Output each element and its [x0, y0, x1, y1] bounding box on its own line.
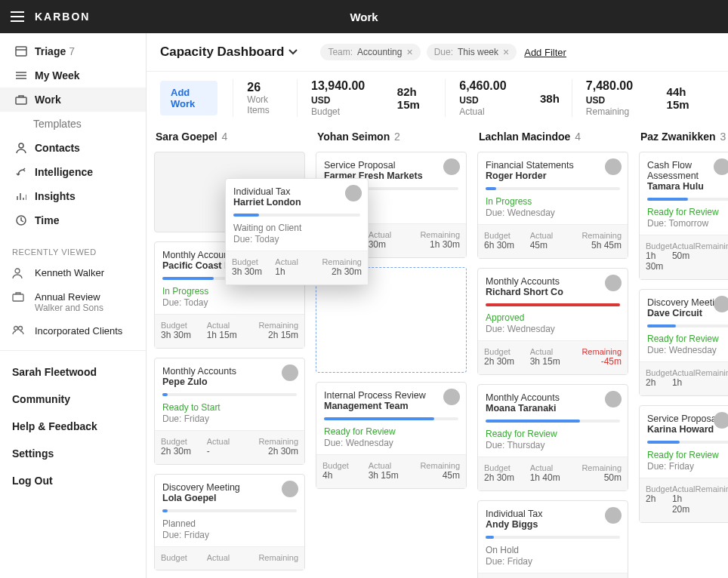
toolbar: Capacity Dashboard Team:Accounting×Due:T…: [147, 33, 728, 72]
sidebar: Triage7My WeekWorkTemplatesContactsIntel…: [0, 33, 147, 578]
chip-value: Accounting: [357, 47, 402, 57]
work-card[interactable]: Monthly AccountsRichard Short CoApproved…: [477, 268, 628, 375]
work-card[interactable]: Discovery MeetingLola GoepelPlannedDue: …: [154, 474, 305, 570]
card-type: Individual Tax: [233, 186, 360, 197]
card-type: Monthly Accounts: [486, 276, 620, 287]
work-card[interactable]: Financial StatementsRoger HorderIn Progr…: [477, 152, 628, 259]
card-client: Moana Taranaki: [486, 403, 620, 414]
nav-item-contacts[interactable]: Contacts: [0, 136, 146, 160]
card-avatar: [282, 364, 298, 381]
nav-label: Templates: [33, 118, 82, 130]
recent-item[interactable]: Incorporated Clients: [0, 319, 146, 343]
footer-link-sarah-fleetwood[interactable]: Sarah Fleetwood: [0, 358, 146, 386]
card-due: Due: Thursday: [486, 440, 620, 450]
card-avatar: [605, 507, 622, 524]
card-avatar: [605, 391, 622, 407]
footer-link-community[interactable]: Community: [0, 386, 146, 413]
card-due: Due: Today: [233, 234, 360, 244]
nav-item-insights[interactable]: Insights: [0, 184, 146, 208]
work-card[interactable]: Cash Flow AssessmentTamara HuluReady for…: [639, 152, 728, 280]
card-due: Due: Wednesday: [324, 438, 458, 448]
recent-label: RECENTLY VIEWED: [0, 232, 146, 261]
card-avatar: [605, 158, 622, 175]
nav-icon: [12, 215, 30, 226]
card-status: In Progress: [162, 286, 297, 297]
page-title-dropdown[interactable]: Capacity Dashboard: [160, 45, 298, 60]
chip-remove-icon[interactable]: ×: [503, 47, 509, 57]
recent-item[interactable]: Kenneth Walker: [0, 261, 146, 285]
card-avatar: [282, 481, 298, 497]
card-due: Due: Wednesday: [647, 345, 728, 355]
brand-logo: KARBON: [35, 11, 90, 23]
work-card[interactable]: Discovery MeetingDave CircuitReady for R…: [639, 289, 728, 396]
filter-chip[interactable]: Due:This week×: [427, 44, 517, 60]
nav-item-templates[interactable]: Templates: [0, 112, 146, 136]
card-status: Ready for Review: [324, 426, 458, 437]
svg-point-2: [19, 143, 23, 148]
card-avatar: [443, 389, 460, 405]
card-due: Due: Friday: [162, 414, 297, 424]
card-due: Due: Friday: [162, 530, 297, 540]
stat-remaining-value: 7,480.00 USD: [586, 79, 641, 106]
dragging-card[interactable]: Individual Tax Harriet London Waiting on…: [225, 178, 369, 285]
card-type: Monthly Accounts: [486, 392, 620, 403]
card-type: Internal Process Review: [324, 390, 458, 401]
work-card[interactable]: Internal Process ReviewManagement TeamRe…: [316, 382, 467, 489]
stat-budget-label: Budget: [311, 106, 372, 117]
card-client: Pepe Zulo: [162, 377, 297, 387]
nav-item-time[interactable]: Time: [0, 208, 146, 232]
card-status: Ready for Review: [647, 334, 728, 344]
nav-icon: [12, 191, 30, 201]
nav-label: Time: [35, 214, 59, 226]
chip-remove-icon[interactable]: ×: [406, 47, 412, 57]
page-title-text: Capacity Dashboard: [160, 45, 284, 60]
card-status: Ready for Review: [486, 429, 620, 439]
work-card[interactable]: Monthly AccountsPepe ZuloReady to StartD…: [154, 358, 305, 465]
card-status: Ready for Review: [647, 450, 728, 460]
column-header: Sara Goepel 4: [154, 131, 305, 143]
card-client: Management Team: [324, 401, 458, 411]
recent-icon: [12, 291, 30, 302]
nav-label: Intelligence: [35, 166, 93, 178]
card-due: Due: Today: [162, 297, 297, 308]
work-card[interactable]: Service ProposalKarina HowardReady for R…: [639, 405, 728, 523]
work-card[interactable]: Monthly AccountsMoana TaranakiReady for …: [477, 384, 628, 491]
stat-actual-hours: 38h: [528, 92, 572, 105]
card-client: Lola Goepel: [162, 493, 297, 503]
filter-chip[interactable]: Team:Accounting×: [320, 44, 420, 60]
nav-label: Work: [35, 94, 61, 106]
card-status: Planned: [162, 518, 297, 529]
recent-item[interactable]: Annual ReviewWalker and Sons: [0, 285, 146, 319]
nav-label: Contacts: [35, 142, 80, 154]
add-work-button[interactable]: Add Work: [160, 81, 217, 115]
stat-remaining-label: Remaining: [586, 106, 641, 117]
stat-budget-value: 13,940.00 USD: [311, 79, 372, 106]
add-filter-link[interactable]: Add Filter: [524, 47, 566, 58]
svg-rect-1: [16, 97, 26, 104]
nav-icon: [12, 94, 30, 105]
chevron-down-icon: [288, 49, 298, 55]
nav-label: My Week: [35, 69, 80, 81]
stat-actual-label: Actual: [459, 106, 514, 117]
card-avatar: [345, 185, 362, 201]
nav-item-intelligence[interactable]: Intelligence: [0, 160, 146, 184]
nav-count: 7: [69, 45, 75, 57]
stat-remaining-hours: 44h 15m: [655, 85, 714, 111]
work-card[interactable]: Individual TaxAndy BiggsOn HoldDue: Frid…: [477, 500, 628, 578]
nav-icon: [12, 167, 30, 177]
card-client: Andy Biggs: [486, 519, 620, 530]
footer-link-log-out[interactable]: Log Out: [0, 467, 146, 494]
footer-link-help-feedback[interactable]: Help & Feedback: [0, 413, 146, 440]
nav-item-triage[interactable]: Triage7: [0, 39, 146, 63]
menu-icon[interactable]: [11, 11, 26, 22]
column-header: Yohan Seimon 2: [316, 131, 467, 143]
nav-item-my-week[interactable]: My Week: [0, 63, 146, 88]
card-avatar: [443, 158, 460, 175]
stats-bar: Add Work 26 Work Items 13,940.00 USD Bud…: [147, 72, 728, 128]
footer-link-settings[interactable]: Settings: [0, 440, 146, 467]
svg-point-6: [14, 327, 18, 331]
recent-title: Incorporated Clients: [35, 325, 122, 337]
card-due: Due: Friday: [486, 556, 620, 567]
nav-item-work[interactable]: Work: [0, 88, 146, 112]
card-type: Financial Statements: [486, 160, 620, 171]
